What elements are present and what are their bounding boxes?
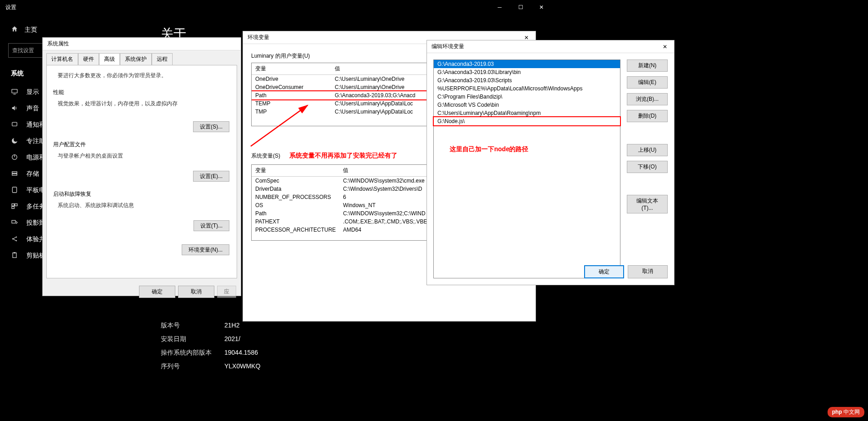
var-name: TMP [252,108,331,116]
perf-title: 性能 [53,89,230,96]
storage-icon [11,170,19,178]
svg-rect-9 [12,220,15,223]
svg-rect-6 [12,204,14,206]
var-name: NUMBER_OF_PROCESSORS [252,193,339,201]
edit-browse-button[interactable]: 浏览(B)... [627,93,668,105]
sysprop-apply-button[interactable]: 应 [217,286,236,298]
about-specs: 版本号21H2安装日期2021/操作系统内部版本19044.1586序列号YLX… [161,319,615,373]
col-variable[interactable]: 变量 [252,63,331,75]
var-name: Path [252,209,339,218]
env-vars-button[interactable]: 环境变量(N)... [182,244,229,255]
svg-point-10 [12,238,14,240]
svg-rect-14 [14,252,15,253]
tab-2[interactable]: 高级 [99,53,120,65]
spec-label: 操作系统内部版本 [161,349,224,357]
editdlg-title: 编辑环境变量 [427,40,674,53]
clipboard-icon [11,252,19,260]
spec-label: 序列号 [161,362,224,371]
window-controls: ─ ☐ ✕ [489,0,552,15]
var-name: PROCESSOR_ARCHITECTURE [252,226,339,234]
admin-note: 要进行大多数更改，你必须作为管理员登录。 [53,72,230,83]
var-name: ComSpec [252,177,339,185]
svg-rect-1 [12,122,17,126]
share-icon [11,235,19,243]
sysprop-tabs: 计算机名硬件高级系统保护远程 [43,50,241,65]
watermark: php 中文网 [828,407,864,417]
path-item[interactable]: %USERPROFILE%\AppData\Local\Microsoft\Wi… [434,84,620,93]
tab-3[interactable]: 系统保护 [120,53,152,65]
edit-movedown-button[interactable]: 下移(O) [627,161,668,173]
edit-moveup-button[interactable]: 上移(U) [627,144,668,156]
maximize-button[interactable]: ☐ [510,0,531,15]
minimize-button[interactable]: ─ [489,0,510,15]
display-icon [11,88,19,96]
sidebar-home-label: 主页 [25,26,37,34]
edit-text-button[interactable]: 编辑文本(T)... [627,195,668,213]
svg-rect-8 [12,207,14,209]
multitask-icon [11,203,19,211]
sysprop-buttons: 确定 取消 应 [43,282,241,302]
path-list[interactable]: G:\Anaconda3-2019.03G:\Anaconda3-2019.03… [433,59,620,278]
var-name: OneDriveConsumer [252,83,331,91]
path-item[interactable]: G:\Anaconda3-2019.03\Scripts [434,76,620,84]
spec-row: 操作系统内部版本19044.1586 [161,346,615,360]
spec-label: 版本号 [161,322,224,330]
startup-settings-button[interactable]: 设置(T)... [193,220,229,231]
editdlg-ok-button[interactable]: 确定 [584,265,624,278]
perf-settings-button[interactable]: 设置(S)... [193,121,229,132]
var-name: OS [252,201,339,209]
svg-point-11 [16,237,17,238]
svg-rect-5 [12,187,16,193]
project-icon [11,219,19,227]
annotation-sys: 系统变量不用再添加了安装完已经有了 [289,152,397,160]
path-item[interactable]: G:\Microsoft VS Code\bin [434,101,620,109]
edit-env-variable-dialog: 编辑环境变量 ✕ G:\Anaconda3-2019.03G:\Anaconda… [427,40,675,285]
spec-row: 安装日期2021/ [161,332,615,346]
spec-value: 2021/ [224,335,240,343]
profile-settings-button[interactable]: 设置(E)... [193,171,229,182]
edit-new-button[interactable]: 新建(N) [627,59,668,72]
path-item[interactable]: G:\Anaconda3-2019.03\Library\bin [434,68,620,76]
var-name: Path [252,91,331,99]
var-name: TEMP [252,99,331,108]
tab-0[interactable]: 计算机名 [46,53,78,65]
tab-4[interactable]: 远程 [152,53,173,65]
var-name: PATHEXT [252,218,339,226]
spec-row: 序列号YLX0WMKQ [161,360,615,373]
nav-label: 存储 [26,170,39,178]
path-item[interactable]: G:\Anaconda3-2019.03 [434,60,620,68]
editdlg-cancel-button[interactable]: 取消 [628,265,668,278]
tab-1[interactable]: 硬件 [78,53,99,65]
nav-label: 声音 [26,104,39,113]
spec-value: 21H2 [224,322,239,330]
settings-title: 设置 [5,4,16,11]
col-variable[interactable]: 变量 [252,165,339,177]
svg-rect-13 [13,253,16,258]
var-name: OneDrive [252,75,331,84]
sysprop-ok-button[interactable]: 确定 [139,286,175,298]
path-item[interactable]: G:\Node.js\ [434,117,620,125]
path-item[interactable]: C:\Users\Luminary\AppData\Roaming\npm [434,109,620,117]
svg-rect-0 [12,89,17,93]
annotation-node-path: 这里自己加一下node的路径 [450,145,528,154]
perf-desc: 视觉效果，处理器计划，内存使用，以及虚拟内存 [53,96,230,111]
path-item[interactable]: C:\Program Files\Bandizip\ [434,93,620,101]
notifications-icon [11,121,19,129]
sys-vars-label: 系统变量(S) [251,152,280,160]
sound-icon [11,104,19,113]
spec-label: 安装日期 [161,335,224,343]
search-placeholder: 查找设置 [12,47,34,54]
startup-title: 启动和故障恢复 [53,190,230,198]
var-name: DriverData [252,185,339,193]
edit-delete-button[interactable]: 删除(D) [627,110,668,122]
edit-edit-button[interactable]: 编辑(E) [627,76,668,89]
spec-value: 19044.1586 [224,349,258,357]
sysprop-cancel-button[interactable]: 取消 [178,286,214,298]
edit-buttons: 新建(N) 编辑(E) 浏览(B)... 删除(D) 上移(U) 下移(O) 编… [627,59,668,278]
sidebar-home[interactable]: 主页 [0,23,150,37]
editdlg-close-button[interactable]: ✕ [659,42,671,51]
svg-point-12 [16,240,17,242]
close-button[interactable]: ✕ [531,0,552,15]
focus-icon [11,137,19,145]
home-icon [11,25,18,34]
